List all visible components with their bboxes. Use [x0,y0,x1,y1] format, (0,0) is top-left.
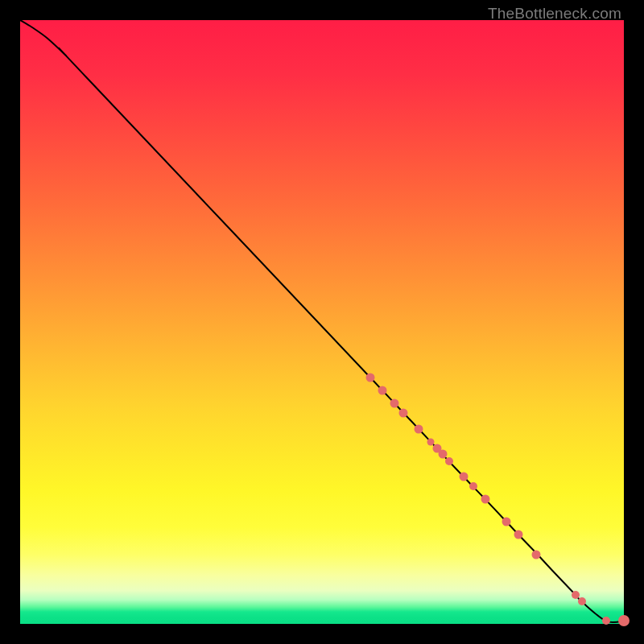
data-point [602,617,610,625]
plot-area [20,20,624,624]
data-point [378,386,387,394]
data-point [469,482,477,490]
data-point [460,473,469,481]
data-point [445,457,453,465]
data-point [415,424,423,433]
data-point [514,530,522,539]
chart-stage: TheBottleneck.com [0,0,644,644]
data-point [399,408,408,417]
data-point [390,398,399,407]
data-point [532,550,541,559]
data-point [578,597,586,605]
bottleneck-curve [20,20,624,624]
data-point [502,517,510,526]
data-point [366,374,375,382]
data-point [618,615,630,626]
data-point [481,494,489,503]
